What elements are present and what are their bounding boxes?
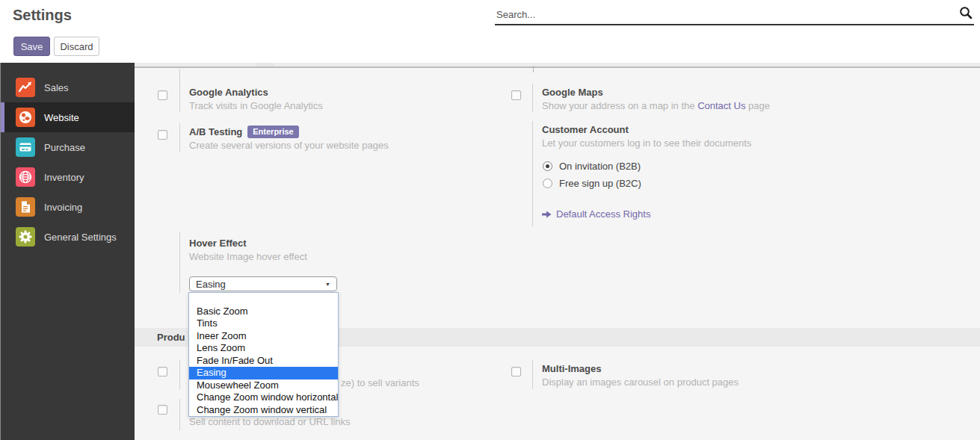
- settings-content: Google Analytics Track visits in Google …: [135, 63, 980, 440]
- divider: [179, 232, 180, 293]
- sidebar-item-inventory[interactable]: Inventory: [1, 162, 135, 192]
- enterprise-badge: Enterprise: [247, 126, 298, 138]
- google-analytics-title: Google Analytics: [189, 87, 268, 98]
- hover-effect-dropdown-list: Basic Zoom Tints Ineer Zoom Lens Zoom Fa…: [188, 292, 339, 417]
- select-value: Easing: [196, 279, 226, 290]
- dropdown-option[interactable]: Fade In/Fade Out: [189, 355, 338, 368]
- dropdown-option[interactable]: Ineer Zoom: [189, 330, 338, 343]
- google-analytics-desc: Track visits in Google Analytics: [189, 100, 323, 111]
- multi-images-title: Multi-Images: [542, 363, 601, 374]
- link-label: Default Access Rights: [556, 208, 650, 220]
- hover-effect-desc: Website Image hover effect: [189, 251, 307, 262]
- divider: [179, 84, 180, 112]
- column-divider-remnant: [533, 66, 534, 72]
- search-bar: [495, 3, 974, 25]
- multi-images-checkbox[interactable]: [511, 367, 521, 377]
- save-button[interactable]: Save: [13, 37, 50, 56]
- customer-account-desc: Let your customers log in to see their d…: [542, 137, 751, 149]
- contact-us-link[interactable]: Contact Us: [697, 100, 745, 111]
- dropdown-option[interactable]: Tints: [189, 317, 338, 330]
- divider: [532, 121, 533, 226]
- radio-free-sign-up[interactable]: Free sign up (B2C): [543, 178, 641, 189]
- sidebar-item-website[interactable]: Website: [1, 102, 135, 132]
- settings-page: Settings Save Discard Sales: [0, 0, 980, 440]
- divider: [532, 360, 533, 389]
- radio-label: On invitation (B2B): [559, 161, 641, 172]
- chevron-down-icon: ▼: [325, 282, 330, 287]
- sidebar-item-general-settings[interactable]: General Settings: [1, 222, 135, 252]
- arrow-right-icon: [542, 211, 552, 218]
- hover-effect-title: Hover Effect: [189, 238, 247, 249]
- general-settings-gear-icon: [16, 227, 35, 247]
- divider: [179, 399, 180, 430]
- product-variants-desc-fragment: ze) to sell variants: [341, 377, 419, 388]
- radio-button[interactable]: [543, 179, 552, 188]
- divider: [179, 123, 180, 152]
- digital-content-checkbox[interactable]: [158, 405, 167, 415]
- dropdown-option[interactable]: Mousewheel Zoom: [189, 379, 338, 392]
- title-text: A/B Testing: [189, 126, 242, 137]
- customer-account-title: Customer Account: [542, 124, 629, 135]
- google-maps-checkbox[interactable]: [511, 90, 521, 100]
- desc-text: page: [745, 100, 770, 111]
- dropdown-option-highlighted[interactable]: Easing: [189, 367, 338, 379]
- sidebar-item-invoicing[interactable]: Invoicing: [1, 192, 135, 222]
- digital-content-desc: Sell content to download or URL links: [189, 416, 351, 427]
- sidebar-item-purchase[interactable]: Purchase: [1, 132, 135, 162]
- ab-testing-title: A/B TestingEnterprise: [189, 126, 299, 139]
- search-icon[interactable]: [959, 6, 973, 19]
- dropdown-option-empty[interactable]: [189, 293, 338, 306]
- radio-label: Free sign up (B2C): [559, 178, 641, 189]
- row-divider-remnant: [179, 69, 180, 85]
- search-input[interactable]: [496, 6, 937, 22]
- default-access-rights-link[interactable]: Default Access Rights: [542, 208, 650, 220]
- discard-button[interactable]: Discard: [54, 37, 99, 56]
- sidebar-item-label: Sales: [44, 82, 69, 93]
- sidebar-item-sales[interactable]: Sales: [1, 72, 135, 102]
- hover-effect-select[interactable]: Easing ▼: [189, 276, 337, 291]
- dropdown-option[interactable]: Change Zoom window vertical: [189, 404, 338, 417]
- multi-images-desc: Display an images carousel on product pa…: [542, 377, 739, 388]
- sidebar-item-label: Website: [44, 112, 79, 123]
- sidebar-item-label: Inventory: [44, 172, 84, 183]
- inventory-sphere-icon: [16, 167, 35, 187]
- desc-text: Show your address on a map in the: [542, 100, 697, 111]
- section-divider: [135, 66, 980, 68]
- ab-testing-checkbox[interactable]: [158, 130, 167, 140]
- ab-testing-desc: Create several versions of your website …: [189, 140, 389, 151]
- purchase-card-icon: [16, 137, 35, 157]
- sales-chart-icon: [16, 78, 35, 97]
- products-section-title: Produ: [157, 328, 185, 347]
- invoicing-document-icon: [16, 197, 35, 217]
- sidebar: Sales Website Pu: [0, 63, 135, 440]
- website-globe-icon: [16, 108, 35, 127]
- radio-on-invitation[interactable]: On invitation (B2B): [543, 161, 641, 172]
- dropdown-option[interactable]: Change Zoom window horizontal: [189, 391, 338, 404]
- google-maps-desc: Show your address on a map in the Contac…: [542, 100, 770, 111]
- dropdown-option[interactable]: Basic Zoom: [189, 306, 338, 318]
- divider: [532, 84, 533, 112]
- page-title: Settings: [13, 7, 72, 24]
- sidebar-item-label: General Settings: [44, 232, 117, 243]
- divider: [179, 360, 180, 389]
- product-variants-checkbox[interactable]: [158, 367, 167, 377]
- dropdown-option[interactable]: Lens Zoom: [189, 342, 338, 355]
- sidebar-item-label: Purchase: [44, 142, 85, 153]
- google-analytics-checkbox[interactable]: [158, 90, 167, 100]
- google-maps-title: Google Maps: [542, 87, 603, 98]
- radio-button-selected[interactable]: [543, 161, 552, 171]
- sidebar-item-label: Invoicing: [44, 202, 82, 213]
